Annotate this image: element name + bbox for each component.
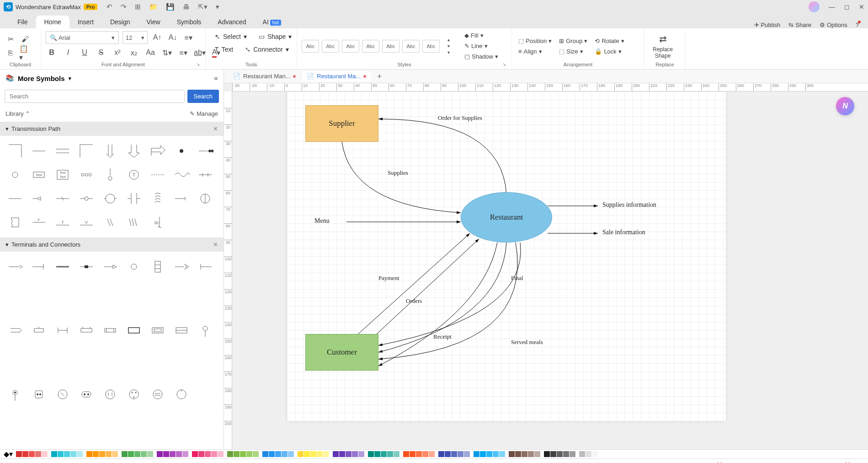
bullets-icon[interactable]: ≡▾ [177, 47, 189, 59]
replace-shape-button[interactable]: ⇄ Replace Shape [649, 32, 676, 61]
shape-item[interactable] [28, 140, 49, 162]
section-transmission-path[interactable]: ▾Transmission Path✕ [0, 122, 224, 136]
connector-tool[interactable]: ⤡ Connector ▾ [240, 44, 293, 55]
color-swatch[interactable] [317, 451, 323, 457]
redo-icon[interactable]: ↷ [121, 3, 127, 11]
menu-home[interactable]: Home [36, 16, 69, 28]
label-order-supplies[interactable]: Order for Supplies [438, 114, 482, 122]
shape-item[interactable] [147, 256, 168, 277]
shape-item[interactable] [195, 164, 216, 185]
color-swatch[interactable] [528, 451, 534, 457]
shape-item[interactable] [195, 188, 216, 209]
color-swatch[interactable] [29, 451, 35, 457]
color-swatch[interactable] [509, 451, 515, 457]
color-swatch[interactable] [451, 451, 457, 457]
color-swatch[interactable] [253, 451, 259, 457]
color-swatch[interactable] [304, 451, 310, 457]
menu-advanced[interactable]: Advanced [209, 16, 254, 28]
shape-item[interactable] [52, 320, 73, 341]
shape-item[interactable] [28, 188, 49, 209]
color-swatch[interactable] [464, 451, 470, 457]
shape-item[interactable] [76, 384, 97, 405]
increase-font-icon[interactable]: A↑ [151, 32, 163, 43]
shape-item[interactable] [171, 140, 192, 162]
color-swatch[interactable] [128, 451, 134, 457]
shape-item[interactable] [52, 384, 73, 405]
page-selector[interactable]: Page-1 ▾ [17, 461, 54, 463]
more-symbols-title[interactable]: More Symbols [18, 75, 65, 82]
style-preset-3[interactable]: Abc [342, 40, 359, 53]
style-preset-2[interactable]: Abc [322, 40, 339, 53]
menu-insert[interactable]: Insert [69, 16, 102, 28]
superscript-icon[interactable]: x² [112, 47, 123, 59]
color-swatch[interactable] [387, 451, 393, 457]
shape-item[interactable]: 30 [147, 212, 168, 233]
color-swatch[interactable] [550, 451, 556, 457]
label-menu[interactable]: Menu [314, 217, 330, 225]
style-preset-1[interactable]: Abc [302, 40, 319, 53]
color-swatch[interactable] [368, 451, 374, 457]
open-icon[interactable]: 📁 [149, 3, 158, 11]
color-swatch[interactable] [58, 451, 64, 457]
color-swatch[interactable] [438, 451, 444, 457]
color-swatch[interactable] [480, 451, 486, 457]
shape-item[interactable] [195, 140, 216, 162]
case-icon[interactable]: Aa [144, 47, 156, 59]
shape-item[interactable] [76, 164, 97, 185]
page-tab-1[interactable]: Page-1 [72, 460, 104, 463]
menu-design[interactable]: Design [102, 16, 138, 28]
menu-file[interactable]: File [9, 16, 36, 28]
color-swatch[interactable] [592, 451, 598, 457]
fill-button[interactable]: ◆ Fill ▾ [463, 31, 500, 40]
line-button[interactable]: ✎ Line ▾ [463, 42, 500, 50]
shape-item[interactable] [76, 140, 97, 162]
cut-icon[interactable]: ✂ [5, 33, 16, 45]
color-swatch[interactable] [141, 451, 147, 457]
node-supplier[interactable]: Supplier [305, 105, 378, 142]
subscript-icon[interactable]: x₂ [128, 47, 140, 59]
label-receipt[interactable]: Receipt [433, 333, 452, 340]
paste-icon[interactable]: 📋▾ [19, 47, 31, 59]
node-restaurant[interactable]: Restaurant [461, 192, 552, 242]
library-toggle[interactable]: Library ⌃ [5, 110, 30, 117]
section-terminals-connectors[interactable]: ▾Terminals and Connectors✕ [0, 237, 224, 252]
shape-item[interactable] [5, 164, 26, 185]
style-preset-7[interactable]: Abc [422, 40, 440, 53]
menu-ai[interactable]: AIhot [255, 16, 289, 28]
style-preset-6[interactable]: Abc [402, 40, 420, 53]
shape-item[interactable] [147, 188, 168, 209]
shape-item[interactable] [100, 256, 121, 277]
close-section-icon[interactable]: ✕ [213, 241, 218, 248]
color-swatch[interactable] [122, 451, 128, 457]
shape-item[interactable] [171, 188, 192, 209]
canvas-viewport[interactable]: Supplier Customer Restaurant Menu Suppli… [232, 92, 868, 449]
node-customer[interactable]: Customer [305, 334, 378, 371]
shape-item[interactable] [5, 188, 26, 209]
shape-item[interactable] [100, 384, 121, 405]
color-swatch[interactable] [35, 451, 41, 457]
color-swatch[interactable] [77, 451, 83, 457]
color-swatch[interactable] [515, 451, 521, 457]
shape-item[interactable] [5, 384, 26, 405]
color-swatch[interactable] [474, 451, 479, 457]
color-swatch[interactable] [227, 451, 233, 457]
minimize-icon[interactable]: — [829, 3, 835, 11]
color-swatch[interactable] [147, 451, 153, 457]
color-swatch[interactable] [310, 451, 316, 457]
color-swatch[interactable] [499, 451, 505, 457]
color-swatch[interactable] [333, 451, 339, 457]
color-swatch[interactable] [163, 451, 169, 457]
qat-more-icon[interactable]: ▾ [216, 3, 219, 11]
fill-picker-icon[interactable]: ◆▾ [4, 450, 13, 458]
color-swatch[interactable] [211, 451, 217, 457]
color-swatch[interactable] [298, 451, 304, 457]
color-swatch[interactable] [282, 451, 288, 457]
italic-icon[interactable]: I [62, 47, 74, 59]
print-icon[interactable]: 🖶 [183, 3, 190, 11]
styles-more-icon[interactable]: ▾ [442, 49, 454, 56]
color-swatch[interactable] [570, 451, 575, 457]
color-swatch[interactable] [381, 451, 387, 457]
shape-item[interactable] [147, 384, 168, 405]
options-button[interactable]: ⚙ Options [820, 22, 847, 28]
color-swatch[interactable] [205, 451, 211, 457]
